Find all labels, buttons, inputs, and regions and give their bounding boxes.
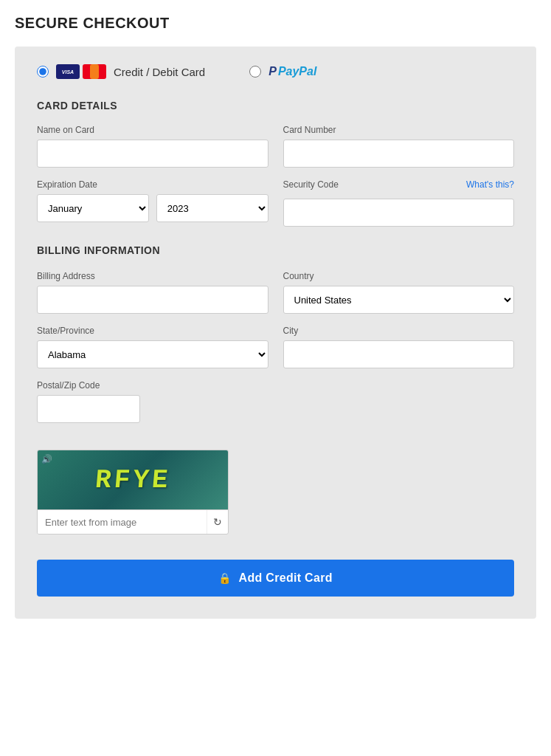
- name-on-card-input[interactable]: [37, 140, 268, 168]
- card-icons: VISA: [56, 64, 106, 79]
- city-input[interactable]: [283, 340, 515, 368]
- state-province-group: State/Province Alabama Alaska Arizona Ar…: [37, 326, 268, 368]
- billing-divider: BILLING INFORMATION: [37, 244, 514, 256]
- visa-icon: VISA: [56, 64, 80, 79]
- expiration-date-label: Expiration Date: [37, 179, 268, 190]
- expiry-year-select[interactable]: 2023 2024 2025 2026 2027 2028: [156, 194, 268, 222]
- billing-section-title: BILLING INFORMATION: [37, 244, 514, 256]
- security-label-row: Security Code What's this?: [283, 179, 515, 194]
- paypal-icon-text: PayPal: [278, 65, 316, 78]
- paypal-option[interactable]: P PayPal: [249, 65, 316, 78]
- postal-zip-group: Postal/Zip Code: [37, 380, 140, 423]
- page-title: SECURE CHECKOUT: [15, 15, 536, 32]
- lock-icon: 🔒: [218, 572, 231, 584]
- credit-card-option[interactable]: VISA Credit / Debit Card: [37, 64, 205, 79]
- card-number-label: Card Number: [283, 125, 515, 135]
- checkout-form: VISA Credit / Debit Card P PayPal CARD D…: [15, 47, 536, 619]
- city-label: City: [283, 326, 515, 336]
- expiration-date-group: Expiration Date January February March A…: [37, 179, 268, 227]
- mastercard-icon: [83, 64, 106, 79]
- captcha-input-row: ↻: [38, 509, 228, 534]
- captcha-refresh-icon[interactable]: ↻: [207, 510, 228, 534]
- security-code-input[interactable]: [283, 199, 515, 227]
- postal-row: Postal/Zip Code: [37, 380, 514, 423]
- paypal-logo: P PayPal: [268, 65, 316, 78]
- security-code-group: Security Code What's this?: [283, 179, 515, 227]
- country-label: Country: [283, 271, 515, 281]
- add-credit-card-button[interactable]: 🔒 Add Credit Card: [37, 560, 514, 597]
- captcha-text-display: RFYE: [94, 465, 172, 495]
- paypal-icon-p: P: [268, 65, 277, 78]
- card-number-group: Card Number: [283, 125, 515, 168]
- captcha-volume-icon[interactable]: 🔊: [41, 454, 52, 464]
- expiry-selects: January February March April May June Ju…: [37, 194, 268, 222]
- state-province-label: State/Province: [37, 326, 268, 336]
- payment-methods: VISA Credit / Debit Card P PayPal: [37, 64, 514, 79]
- credit-card-radio[interactable]: [37, 66, 49, 78]
- add-credit-card-label: Add Credit Card: [239, 571, 333, 585]
- billing-address-group: Billing Address: [37, 271, 268, 314]
- billing-address-label: Billing Address: [37, 271, 268, 281]
- country-group: Country United States Canada United King…: [283, 271, 515, 314]
- expiry-security-row: Expiration Date January February March A…: [37, 179, 514, 227]
- card-details-section-title: CARD DETAILS: [37, 100, 514, 111]
- name-on-card-group: Name on Card: [37, 125, 268, 168]
- captcha-input[interactable]: [38, 511, 207, 534]
- credit-card-label: Credit / Debit Card: [114, 66, 205, 78]
- paypal-radio[interactable]: [249, 66, 261, 78]
- state-province-select[interactable]: Alabama Alaska Arizona Arkansas Californ…: [37, 340, 268, 368]
- name-on-card-label: Name on Card: [37, 125, 268, 135]
- captcha-container: 🔊 RFYE ↻: [37, 450, 229, 535]
- state-city-row: State/Province Alabama Alaska Arizona Ar…: [37, 326, 514, 368]
- country-select[interactable]: United States Canada United Kingdom Aust…: [283, 286, 515, 314]
- billing-address-input[interactable]: [37, 286, 268, 314]
- city-group: City: [283, 326, 515, 368]
- card-name-number-row: Name on Card Card Number: [37, 125, 514, 168]
- whats-this-link[interactable]: What's this?: [466, 179, 514, 190]
- card-number-input[interactable]: [283, 140, 515, 168]
- postal-zip-label: Postal/Zip Code: [37, 380, 140, 391]
- captcha-image-area: 🔊 RFYE: [38, 450, 228, 509]
- postal-zip-input[interactable]: [37, 395, 140, 423]
- address-country-row: Billing Address Country United States Ca…: [37, 271, 514, 314]
- expiry-month-select[interactable]: January February March April May June Ju…: [37, 194, 149, 222]
- security-code-label: Security Code: [283, 179, 339, 190]
